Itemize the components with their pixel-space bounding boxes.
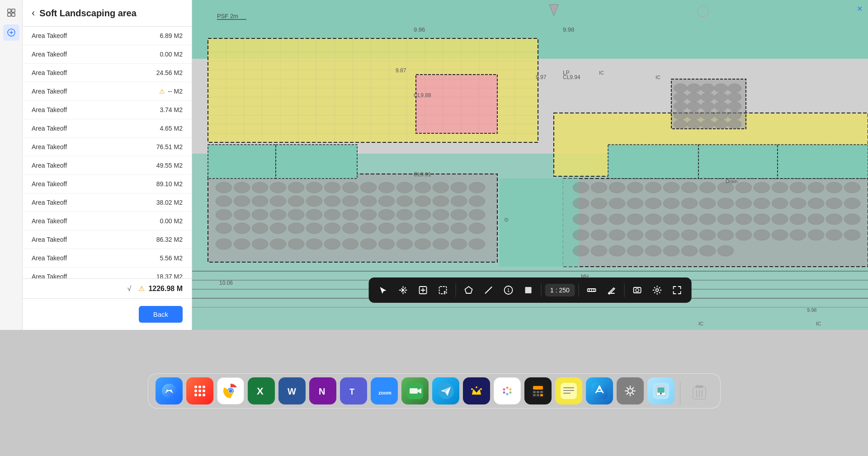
dock-app-facetime[interactable] <box>401 377 429 404</box>
scale-display[interactable]: 1 : 250 <box>545 284 575 296</box>
fullscreen-btn[interactable] <box>668 281 686 299</box>
dock-app-zoom[interactable]: zoom <box>371 377 398 404</box>
svg-point-214 <box>728 93 741 102</box>
svg-point-264 <box>443 291 445 293</box>
measure-btn[interactable] <box>583 281 601 299</box>
svg-marker-265 <box>465 287 472 293</box>
svg-point-229 <box>728 120 741 129</box>
dock-app-chrome[interactable] <box>217 377 244 404</box>
svg-point-184 <box>645 230 661 240</box>
svg-point-293 <box>229 389 232 393</box>
cursor-tool-btn[interactable] <box>374 281 392 299</box>
sidebar: ‹ Soft Landscaping area Area Takeoff6.89… <box>23 0 192 330</box>
svg-point-158 <box>754 198 770 209</box>
dock-app-excel[interactable]: X <box>248 377 275 404</box>
line-tool-btn[interactable] <box>479 281 497 299</box>
map-area[interactable]: 9.96 9.98 9.87 9.97 CL9.94 CL9.88 CL9.91… <box>192 0 868 330</box>
box-zoom-btn[interactable] <box>434 281 452 299</box>
item-label: Area Takeoff <box>32 273 67 278</box>
svg-point-221 <box>687 111 701 120</box>
dock-app-system-prefs[interactable] <box>617 377 644 404</box>
svg-point-66 <box>378 182 395 193</box>
erase-btn[interactable] <box>603 281 621 299</box>
list-item[interactable]: Area Takeoff18.37 M2 <box>23 268 192 278</box>
item-label: Area Takeoff <box>32 254 67 262</box>
list-item[interactable]: Area Takeoff⚠-- M2 <box>23 82 192 101</box>
svg-point-62 <box>306 182 322 193</box>
svg-text:IC: IC <box>698 321 703 326</box>
list-item[interactable]: Area Takeoff86.32 M2 <box>23 230 192 249</box>
item-value: 5.56 M2 <box>160 254 183 262</box>
svg-point-120 <box>270 239 286 249</box>
dock-app-telegram[interactable] <box>432 377 459 404</box>
svg-text:N: N <box>319 386 325 396</box>
svg-point-337 <box>660 393 662 395</box>
dock-app-launchpad[interactable] <box>186 377 213 404</box>
svg-point-105 <box>270 223 286 234</box>
list-item[interactable]: Area Takeoff5.56 M2 <box>23 249 192 268</box>
svg-text:9.97: 9.97 <box>536 74 547 80</box>
dock-app-teams[interactable]: T <box>340 377 367 404</box>
list-item[interactable]: Area Takeoff0.00 M2 <box>23 212 192 230</box>
svg-point-121 <box>288 239 304 249</box>
svg-point-170 <box>681 214 698 225</box>
svg-point-110 <box>360 223 377 234</box>
svg-point-139 <box>699 182 716 193</box>
svg-point-74 <box>252 196 268 207</box>
svg-text:CL9.91: CL9.91 <box>414 171 431 178</box>
svg-point-148 <box>573 198 589 209</box>
list-item[interactable]: Area Takeoff6.89 M2 <box>23 27 192 45</box>
nav-icon-layers[interactable] <box>3 24 19 41</box>
svg-point-123 <box>324 239 340 249</box>
svg-point-205 <box>674 84 687 93</box>
item-label: Area Takeoff <box>32 51 67 58</box>
pan-tool-btn[interactable] <box>394 281 412 299</box>
svg-text:PSF 2m: PSF 2m <box>217 13 238 19</box>
svg-text:IC: IC <box>599 70 604 75</box>
svg-text:10.06: 10.06 <box>219 280 233 286</box>
dock-app-crown[interactable] <box>463 377 490 404</box>
dock-app-photos[interactable] <box>494 377 521 404</box>
list-item[interactable]: Area Takeoff4.65 M2 <box>23 119 192 138</box>
dock-app-word[interactable]: W <box>278 377 306 404</box>
capture-btn[interactable] <box>628 281 646 299</box>
svg-rect-26 <box>608 145 698 179</box>
dock-app-appstore[interactable] <box>586 377 613 404</box>
svg-point-144 <box>790 182 806 193</box>
nav-icon-grid[interactable] <box>3 5 19 21</box>
list-item[interactable]: Area Takeoff49.55 M2 <box>23 156 192 175</box>
svg-point-69 <box>433 182 449 193</box>
settings-btn[interactable] <box>648 281 666 299</box>
svg-text:W: W <box>288 386 296 396</box>
list-item[interactable]: Area Takeoff0.00 M2 <box>23 45 192 64</box>
svg-point-58 <box>234 182 250 193</box>
dock-app-trash[interactable] <box>686 377 713 404</box>
svg-point-209 <box>728 84 741 93</box>
svg-point-220 <box>674 111 687 120</box>
svg-point-175 <box>772 214 788 225</box>
svg-rect-306 <box>468 383 485 399</box>
svg-point-84 <box>433 196 449 207</box>
dock-app-calculator[interactable] <box>524 377 552 404</box>
count-tool-btn[interactable]: 1 <box>499 281 517 299</box>
dock-app-preview[interactable] <box>647 377 675 404</box>
polygon-tool-btn[interactable] <box>459 281 477 299</box>
zoom-fit-btn[interactable] <box>414 281 432 299</box>
dock-app-notes[interactable] <box>555 377 582 404</box>
dock-app-finder[interactable] <box>156 377 183 404</box>
svg-point-129 <box>433 239 449 249</box>
shape-tool-btn[interactable] <box>519 281 537 299</box>
item-value: ⚠-- M2 <box>159 88 183 95</box>
back-arrow-icon[interactable]: ‹ <box>32 7 35 19</box>
dock-app-onenote[interactable]: N <box>309 377 336 404</box>
list-item[interactable]: Area Takeoff89.10 M2 <box>23 175 192 193</box>
svg-point-174 <box>754 214 770 225</box>
list-item[interactable]: Area Takeoff38.02 M2 <box>23 193 192 212</box>
svg-point-116 <box>469 223 485 234</box>
list-item[interactable]: Area Takeoff3.74 M2 <box>23 101 192 119</box>
svg-point-223 <box>714 111 728 120</box>
items-list: Area Takeoff6.89 M2Area Takeoff0.00 M2Ar… <box>23 27 192 278</box>
back-button[interactable]: Back <box>139 306 183 323</box>
list-item[interactable]: Area Takeoff24.56 M2 <box>23 64 192 82</box>
list-item[interactable]: Area Takeoff76.51 M2 <box>23 138 192 156</box>
